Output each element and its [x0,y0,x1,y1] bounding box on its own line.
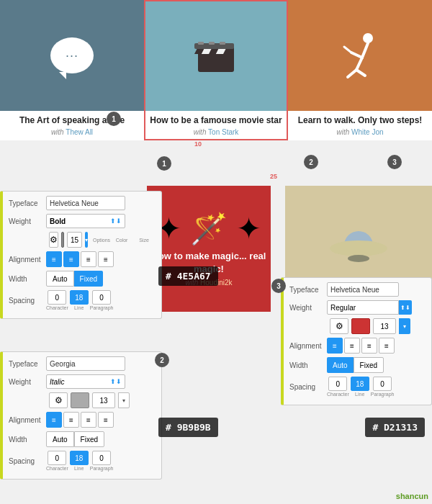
panel-3-weight-value: Regular [330,304,356,312]
panel-1-spacing-inputs: 0 Character 18 Line 0 Paragraph [46,290,113,310]
panel-1-line-col: 18 Line [70,290,89,310]
panel-1-options-btn[interactable]: ⚙ [49,232,58,248]
panel-3-align-justify[interactable]: ≡ [379,338,395,354]
panel-2-typeface-input[interactable]: Georgia [46,356,125,371]
svg-line-13 [351,53,362,58]
panel-3-line-col: 18 Line [351,377,369,397]
ufo-glow [348,255,369,262]
svg-line-12 [362,43,368,58]
panel-2-para-label: Paragraph [90,466,114,471]
panel-3-weight-dropdown[interactable]: Regular [327,300,399,315]
svg-point-11 [363,33,373,43]
panel-2-weight-dropdown[interactable]: Italic ⬆⬇ [46,374,125,389]
panel-2-size-dropdown[interactable]: ▾ [118,392,130,408]
panel-3-align-btns: ≡ ≡ ≡ ≡ [327,338,395,354]
card-walk-bottom: Learn to walk. Only two steps! with Whit… [288,111,432,140]
panel-2-alignment-row: Alignment ≡ ≡ ≡ ≡ [9,412,156,428]
panel-1-char-label: Character [46,305,68,310]
panel-2-spacing-label: Spacing [9,457,46,465]
panel-1-size-input[interactable]: 15 [67,232,82,248]
dim-side-label: 25 [270,173,277,180]
panel-2-size-input[interactable]: 13 [92,392,115,408]
panel-2-color-swatch[interactable] [71,392,89,408]
panel-3-typeface-input[interactable]: Helvetica Neue [327,282,399,297]
panel-3-spacing-row: Spacing 0 Character 18 Line 0 Paragraph [289,377,426,397]
panel-2-align-center[interactable]: ≡ [63,412,79,428]
panel-3-para-col: 0 Paragraph [371,377,395,397]
panel-3-char-val[interactable]: 0 [328,377,347,391]
panel-3-options-btn[interactable]: ⚙ [330,318,348,334]
panel-3-weight-arrow[interactable]: ⬆⬇ [399,300,412,315]
card-movie-bottom: How to be a famouse movie star with Ton … [144,111,288,140]
panel-1-align-justify[interactable]: ≡ [98,251,114,267]
panel-2-line-col: 18 Line [70,451,89,471]
ufo-disc [330,240,387,256]
card-walk-author: with White Jon [294,128,426,136]
magic-icon: ✦ 🪄 ✦ [156,211,261,246]
svg-rect-10 [220,42,225,45]
clapper-icon [194,36,238,76]
panel-3-size-input[interactable]: 13 [373,318,396,334]
panel-1-align-center[interactable]: ≡ [63,251,79,267]
panel-2-para-val[interactable]: 0 [92,451,111,465]
panel-2-weight-label: Weight [9,378,46,386]
panel-2-line-val[interactable]: 18 [70,451,89,465]
panel-1-align-right[interactable]: ≡ [81,251,96,267]
panel-1-typeface-label: Typeface [9,199,46,207]
panel-1-width-toggle: Auto Fixed [46,271,103,287]
panel-3-typeface-row: Typeface Helvetica Neue [289,282,426,297]
panel-3-size-dropdown[interactable]: ▾ [399,318,410,334]
panel-1-width-auto[interactable]: Auto [46,271,74,287]
panel-1-weight-row: Weight Bold ⬆⬇ [9,214,156,228]
panel-3-align-center[interactable]: ≡ [344,338,360,354]
badge-2-panel: 2 [155,353,169,367]
panel-1-spacing-row: Spacing 0 Character 18 Line 0 Paragraph [9,290,156,310]
panel-3-align-left[interactable]: ≡ [327,338,343,354]
card-movie[interactable]: How to be a famouse movie star with Ton … [144,0,288,140]
panel-3-options-row: ⚙ 13 ▾ [289,318,426,334]
panel-1-typeface-input[interactable]: Helvetica Neue [46,196,125,210]
panel-2-spacing-row: Spacing 0 Character 18 Line 0 Paragraph [9,451,156,471]
panel-1-weight-arrow: ⬆⬇ [110,217,122,225]
panel-3-weight-label: Weight [289,304,327,312]
panel-1-weight-dropdown[interactable]: Bold ⬆⬇ [46,214,125,228]
card-speaking[interactable]: ··· The Art of speaking alone with Thew … [0,0,144,140]
panel-1-line-val[interactable]: 18 [70,290,89,305]
panel-3-color-swatch[interactable] [351,318,370,334]
panel-1-size-dropdown[interactable]: ▾ [85,232,88,248]
panel-1-width-fixed[interactable]: Fixed [74,271,103,287]
panel-3-para-val[interactable]: 0 [373,377,392,391]
panel-3-weight-row: Weight Regular ⬆⬇ [289,300,426,315]
card-speaking-icon-area: ··· [0,0,144,111]
panel-2-align-justify[interactable]: ≡ [98,412,114,428]
badge-1: 1 [107,112,121,126]
panel-2-char-col: 0 Character [46,451,68,471]
panel-2-width-label: Width [9,436,46,444]
panel-3-width-auto[interactable]: Auto [327,357,354,373]
panel-2-width-auto[interactable]: Auto [46,431,74,447]
panel-3-width-fixed[interactable]: Fixed [354,357,384,373]
panel-1-color-swatch[interactable] [61,232,64,248]
panel-1: Typeface Helvetica Neue Weight Bold ⬆⬇ ⚙… [0,191,162,319]
panel-3-line-val[interactable]: 18 [351,377,369,391]
panel-1-para-val[interactable]: 0 [92,290,111,305]
panel-3-align-right[interactable]: ≡ [361,338,377,354]
magic-card[interactable]: ✦ 🪄 ✦ How to make magic... real magic! w… [147,186,271,312]
panel-1-labels: Options Color Size [92,238,156,243]
panel-2-align-right[interactable]: ≡ [81,412,96,428]
panel-2-line-label: Line [74,466,84,471]
card-walk[interactable]: Learn to walk. Only two steps! with Whit… [288,0,432,140]
panel-2-width-fixed[interactable]: Fixed [74,431,104,447]
panel-1-align-left[interactable]: ≡ [46,251,62,267]
panel-1-char-val[interactable]: 0 [48,290,66,305]
panel-2-align-left[interactable]: ≡ [46,412,62,428]
panel-1-para-col: 0 Paragraph [90,290,114,310]
badge-3-card: 3 [387,155,402,169]
dim-top-label: 10 [194,140,202,148]
panel-3-line-label: Line [355,392,364,397]
panel-2-width-toggle: Auto Fixed [46,431,104,447]
badge-2-card: 2 [304,155,318,169]
panel-1-line-label: Line [74,305,84,310]
panel-2-options-btn[interactable]: ⚙ [49,392,68,408]
panel-2-char-val[interactable]: 0 [48,451,66,465]
